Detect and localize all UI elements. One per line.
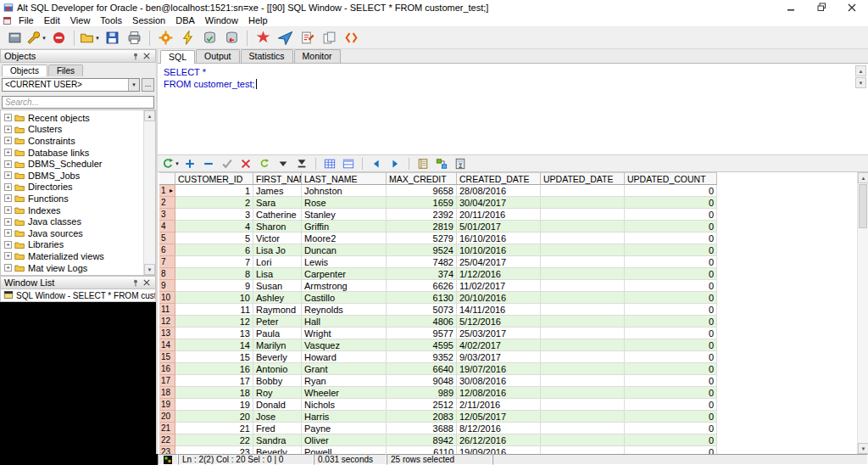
cell-updated_date[interactable] (541, 434, 625, 446)
row-number-cell[interactable]: 12 (159, 316, 175, 328)
prev-record-icon[interactable] (368, 156, 385, 171)
cell-created_date[interactable]: 26/12/2016 (457, 434, 541, 446)
tree-scrollbar[interactable]: ▲ ▼ (143, 110, 155, 275)
delete-record-icon[interactable] (200, 156, 217, 171)
cell-updated_date[interactable] (541, 387, 625, 399)
dropdown-caret-icon[interactable]: ▼ (128, 79, 139, 91)
user-filter-dropdown[interactable]: <CURRENT USER> ▼ (2, 78, 140, 92)
cell-first_name[interactable]: Catherine (253, 209, 302, 221)
cell-updated_date[interactable] (541, 411, 625, 423)
cell-created_date[interactable]: 12/05/2017 (457, 411, 541, 423)
cell-max_credit[interactable]: 5279 (387, 232, 457, 244)
cell-max_credit[interactable]: 2392 (387, 209, 457, 221)
edit-data-icon[interactable] (297, 29, 317, 48)
refresh-record-icon[interactable] (256, 156, 273, 171)
cell-updated_count[interactable]: 0 (625, 423, 717, 434)
cell-updated_count[interactable]: 0 (625, 304, 717, 316)
sidebar-tab-files[interactable]: Files (48, 64, 83, 76)
cell-created_date[interactable]: 20/11/2016 (457, 209, 541, 221)
table-row[interactable]: 1010AshleyCastillo613020/10/20160 (159, 292, 717, 304)
row-number-cell[interactable]: 3 (159, 209, 175, 221)
tree-item-directories[interactable]: +Directories (1, 182, 155, 193)
cell-max_credit[interactable]: 1659 (387, 197, 457, 209)
cell-customer_id[interactable]: 14 (175, 339, 253, 351)
cell-first_name[interactable]: Antonio (253, 363, 302, 375)
cell-updated_date[interactable] (541, 244, 625, 256)
cell-customer_id[interactable]: 18 (175, 387, 253, 399)
cell-updated_date[interactable] (541, 351, 625, 363)
report-icon[interactable] (415, 156, 431, 171)
cell-updated_count[interactable]: 0 (625, 197, 717, 209)
sidebar-tab-objects[interactable]: Objects (2, 64, 47, 76)
expand-icon[interactable]: + (4, 171, 12, 179)
cell-last_name[interactable]: Duncan (302, 244, 387, 256)
table-row[interactable]: 2323BeverlyPowell611019/09/20160 (159, 446, 717, 454)
cell-last_name[interactable]: Armstrong (302, 280, 387, 292)
tree-item-materialized-views[interactable]: +Materialized views (1, 250, 155, 262)
scroll-up-icon[interactable]: ▲ (855, 65, 866, 76)
scroll-down-icon[interactable]: ▼ (855, 77, 866, 88)
table-row[interactable]: 2020JoseHarris208312/05/20170 (159, 411, 717, 423)
menu-view[interactable]: View (65, 15, 96, 25)
table-row[interactable]: 1818RoyWheeler98912/08/20160 (159, 387, 717, 399)
cell-customer_id[interactable]: 8 (175, 268, 253, 280)
cell-created_date[interactable]: 5/12/2016 (457, 316, 541, 328)
row-number-cell[interactable]: 14 (159, 339, 175, 351)
cell-max_credit[interactable]: 2083 (387, 411, 457, 423)
table-row[interactable]: 44SharonGriffin28195/01/20170 (159, 221, 717, 232)
column-header-updated_date[interactable]: UPDATED_DATE (541, 172, 625, 185)
cell-created_date[interactable]: 9/03/2017 (457, 351, 541, 363)
row-number-cell[interactable]: 15 (159, 351, 175, 363)
column-header-created_date[interactable]: CREATED_DATE (457, 172, 541, 185)
tree-item-recent-objects[interactable]: +Recent objects (1, 112, 155, 124)
cell-first_name[interactable]: Peter (253, 316, 302, 328)
cell-updated_count[interactable]: 0 (625, 375, 717, 387)
open-file-icon[interactable]: ▼ (80, 29, 100, 48)
cell-max_credit[interactable]: 989 (387, 387, 457, 399)
cell-created_date[interactable]: 20/10/2016 (457, 292, 541, 304)
cell-first_name[interactable]: Bobby (253, 375, 302, 387)
cell-customer_id[interactable]: 12 (175, 316, 253, 328)
cell-updated_count[interactable]: 0 (625, 244, 717, 256)
settings-gear-icon[interactable] (155, 29, 175, 48)
table-row[interactable]: 1414MarilynVasquez45954/02/20170 (159, 339, 717, 351)
cell-last_name[interactable]: Stanley (302, 209, 387, 221)
cell-updated_date[interactable] (541, 446, 625, 454)
cell-max_credit[interactable]: 2512 (387, 399, 457, 411)
cell-created_date[interactable]: 25/03/2017 (457, 328, 541, 339)
tree-item-dbms-scheduler[interactable]: +DBMS_Scheduler (1, 158, 155, 170)
cell-updated_count[interactable]: 0 (625, 339, 717, 351)
table-row[interactable]: 33CatherineStanley239220/11/20160 (159, 209, 717, 221)
close-panel-icon[interactable] (141, 51, 152, 61)
cell-updated_count[interactable]: 0 (625, 292, 717, 304)
tab-monitor[interactable]: Monitor (294, 49, 341, 63)
cell-first_name[interactable]: Victor (253, 232, 302, 244)
table-row[interactable]: 1212PeterHall48065/12/20160 (159, 316, 717, 328)
tab-output[interactable]: Output (196, 49, 240, 63)
expand-icon[interactable]: + (4, 126, 12, 133)
cell-updated_count[interactable]: 0 (625, 256, 717, 268)
cancel-changes-icon[interactable] (237, 156, 254, 171)
row-number-cell[interactable]: 7 (159, 256, 175, 268)
table-row[interactable]: 1919DonaldNichols25122/11/20160 (159, 399, 717, 411)
cell-last_name[interactable]: Castillo (302, 292, 387, 304)
expand-icon[interactable]: + (4, 114, 12, 121)
cell-last_name[interactable]: Carpenter (302, 268, 387, 280)
cell-updated_date[interactable] (541, 232, 625, 244)
tools-wrench-icon[interactable]: ▼ (26, 29, 47, 48)
pin-icon[interactable] (130, 51, 141, 61)
column-header-updated_count[interactable]: UPDATED_COUNT (625, 172, 717, 185)
table-row[interactable]: 2222SandraOliver894226/12/20160 (159, 434, 717, 446)
new-session-icon[interactable] (4, 29, 25, 48)
cell-first_name[interactable]: Sharon (253, 221, 302, 232)
cell-created_date[interactable]: 19/07/2016 (457, 363, 541, 375)
cell-updated_date[interactable] (541, 328, 625, 339)
rollback-db-icon[interactable] (221, 29, 242, 48)
expand-icon[interactable]: + (4, 241, 12, 249)
tree-item-java-classes[interactable]: +Java classes (1, 216, 155, 227)
pin-icon[interactable] (130, 277, 141, 288)
row-number-cell[interactable]: 16 (159, 363, 175, 375)
window-list-item[interactable]: SQL Window - SELECT * FROM customer_test (3, 290, 156, 301)
cell-last_name[interactable]: Oliver (302, 434, 387, 446)
tree-item-indexes[interactable]: +Indexes (1, 204, 155, 216)
